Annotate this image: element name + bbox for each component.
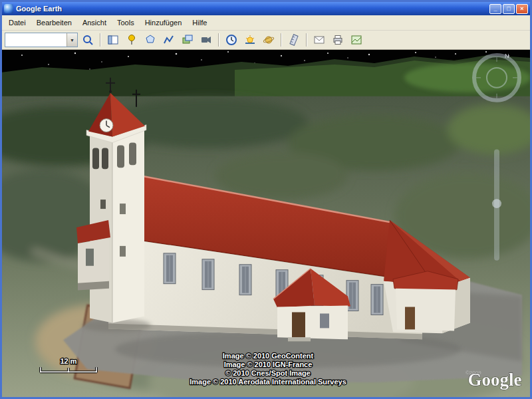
add-path-button[interactable] bbox=[160, 32, 178, 48]
zoom-slider-handle[interactable] bbox=[492, 199, 501, 208]
menu-tools[interactable]: Tools bbox=[112, 17, 140, 29]
attribution-line: © 2010 Cnes/Spot Image bbox=[225, 369, 311, 377]
menu-bearbeiten[interactable]: Bearbeiten bbox=[31, 17, 77, 29]
sidebar-toggle-button[interactable] bbox=[104, 32, 122, 48]
record-tour-button[interactable] bbox=[198, 32, 215, 48]
planets-button[interactable] bbox=[260, 32, 277, 48]
toolbar: ▼ bbox=[2, 31, 530, 50]
sun-icon bbox=[244, 34, 256, 46]
window-title: Google Earth bbox=[16, 5, 487, 13]
search-button[interactable] bbox=[79, 32, 96, 48]
google-logo: ©2009 Google bbox=[466, 370, 522, 390]
toolbar-separator bbox=[281, 33, 282, 47]
record-tour-icon bbox=[200, 34, 212, 46]
search-icon bbox=[82, 34, 94, 46]
church-side-chapel bbox=[76, 220, 110, 291]
maps-icon bbox=[350, 34, 362, 46]
map-viewport[interactable]: 12 m Image © 2010 GeoContent Image © 201… bbox=[2, 50, 530, 397]
close-button[interactable]: × bbox=[516, 4, 528, 14]
historical-imagery-button[interactable] bbox=[223, 32, 240, 48]
minimize-button[interactable]: _ bbox=[489, 4, 501, 14]
add-polygon-button[interactable] bbox=[142, 32, 159, 48]
email-icon bbox=[313, 34, 325, 46]
sidebar-icon bbox=[107, 34, 119, 46]
image-overlay-icon bbox=[182, 34, 194, 46]
app-icon bbox=[4, 4, 13, 13]
search-input[interactable] bbox=[5, 33, 66, 47]
print-icon bbox=[332, 34, 344, 46]
print-button[interactable] bbox=[329, 32, 346, 48]
scale-label: 12 m bbox=[60, 357, 76, 365]
search-combobox[interactable]: ▼ bbox=[5, 33, 78, 47]
menubar: Datei Bearbeiten Ansicht Tools Hinzufüge… bbox=[2, 15, 530, 31]
clock-icon bbox=[225, 34, 237, 46]
add-placemark-button[interactable] bbox=[123, 32, 140, 48]
logo-text: Google bbox=[468, 370, 522, 390]
google-earth-window: Google Earth _ □ × Datei Bearbeiten Ansi… bbox=[0, 0, 532, 399]
attribution-line: Image © 2010 GeoContent bbox=[223, 352, 314, 360]
menu-hilfe[interactable]: Hilfe bbox=[187, 17, 212, 29]
polygon-icon bbox=[144, 34, 156, 46]
menu-hinzufuegen[interactable]: Hinzufügen bbox=[140, 17, 188, 29]
attribution-line: Image © 2010 IGN-France bbox=[224, 360, 313, 368]
church-annex bbox=[393, 271, 458, 331]
toolbar-separator bbox=[100, 33, 101, 47]
maximize-button[interactable]: □ bbox=[503, 4, 515, 14]
placemark-icon bbox=[126, 34, 138, 46]
planet-icon bbox=[263, 34, 275, 46]
toolbar-separator bbox=[218, 33, 219, 47]
menu-ansicht[interactable]: Ansicht bbox=[77, 17, 112, 29]
sunlight-button[interactable] bbox=[241, 32, 259, 48]
add-image-overlay-button[interactable] bbox=[179, 32, 196, 48]
compass-north-label: N bbox=[505, 53, 509, 59]
menu-datei[interactable]: Datei bbox=[3, 17, 31, 29]
ruler-icon bbox=[288, 34, 300, 46]
path-icon bbox=[163, 34, 175, 46]
email-button[interactable] bbox=[311, 32, 328, 48]
titlebar[interactable]: Google Earth _ □ × bbox=[2, 2, 530, 15]
toolbar-separator bbox=[306, 33, 307, 47]
attribution-line: Image © 2010 Aerodata International Surv… bbox=[190, 378, 346, 386]
view-in-maps-button[interactable] bbox=[348, 32, 365, 48]
ruler-button[interactable] bbox=[285, 32, 303, 48]
combo-dropdown-button[interactable]: ▼ bbox=[66, 33, 77, 47]
